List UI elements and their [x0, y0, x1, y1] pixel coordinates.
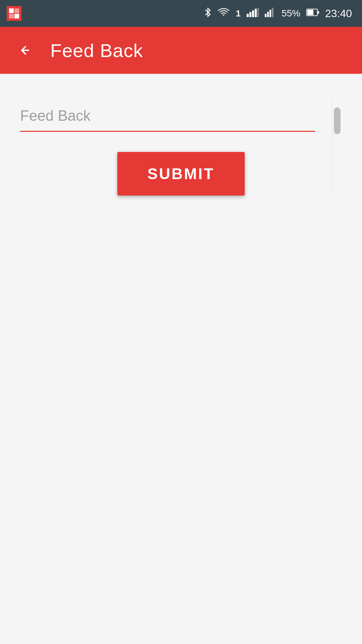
signal2-icon — [265, 8, 276, 19]
svg-rect-3 — [9, 14, 14, 18]
battery-percent: 55% — [282, 8, 300, 19]
app-bar-title: Feed Back — [50, 40, 143, 61]
status-bar-left — [7, 6, 21, 21]
submit-button[interactable]: SUBMIT — [117, 152, 245, 196]
svg-rect-0 — [9, 8, 14, 13]
status-time: 23:40 — [325, 7, 352, 20]
scrollbar-thumb — [334, 107, 341, 134]
signal-icon — [247, 8, 259, 19]
svg-rect-9 — [265, 14, 266, 17]
svg-rect-8 — [257, 8, 259, 17]
feedback-input[interactable] — [20, 101, 315, 132]
status-bar-right: 1 55% — [204, 7, 352, 20]
app-bar: Feed Back — [0, 27, 362, 74]
app-icon — [7, 6, 21, 21]
status-bar: 1 55% — [0, 0, 362, 27]
svg-rect-7 — [255, 9, 257, 17]
svg-rect-6 — [252, 10, 254, 17]
main-content: SUBMIT — [0, 74, 362, 209]
svg-rect-15 — [318, 11, 319, 14]
submit-btn-container: SUBMIT — [20, 152, 342, 196]
svg-rect-10 — [267, 12, 269, 17]
back-button[interactable] — [13, 39, 37, 62]
sim-icon: 1 — [236, 8, 240, 19]
svg-rect-5 — [249, 12, 251, 17]
bluetooth-icon — [204, 7, 212, 20]
scrollbar-hint — [332, 101, 342, 195]
svg-rect-1 — [14, 14, 19, 18]
svg-rect-14 — [307, 10, 313, 15]
feedback-field-container — [20, 101, 342, 132]
svg-rect-2 — [14, 8, 19, 13]
wifi-icon — [218, 8, 230, 19]
battery-icon — [306, 8, 319, 19]
svg-rect-12 — [272, 8, 274, 17]
svg-rect-11 — [269, 10, 271, 17]
svg-rect-4 — [247, 14, 249, 17]
